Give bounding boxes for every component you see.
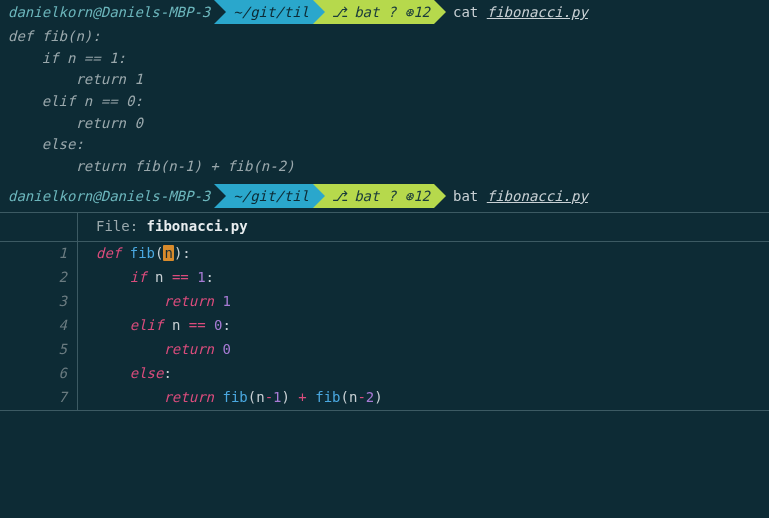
operator-eq: ==: [180, 317, 214, 333]
prompt-path: ~/git/til: [225, 0, 313, 24]
code-content: else:: [78, 363, 172, 385]
git-branch-icon: ⎇: [332, 0, 348, 24]
command-input[interactable]: bat fibonacci.py: [445, 184, 588, 208]
command-name: bat: [453, 188, 478, 204]
paren-close: ): [374, 389, 382, 405]
colon: :: [182, 245, 190, 261]
keyword-else: else: [130, 365, 164, 381]
command-arg-filename: fibonacci.py: [487, 4, 588, 20]
number-literal: 0: [222, 341, 230, 357]
indent: [96, 341, 163, 357]
prompt-line-1: danielkorn@Daniels-MBP-3 ~/git/til ⎇ bat…: [0, 0, 769, 24]
code-line-5: 5 return 0: [0, 338, 769, 362]
number-literal: 1: [273, 389, 281, 405]
cat-output: def fib(n): if n == 1: return 1 elif n =…: [0, 26, 769, 184]
code-content: if n == 1:: [78, 267, 214, 289]
code-line-2: 2 if n == 1:: [0, 266, 769, 290]
indent: [96, 293, 163, 309]
code-line-6: 6 else:: [0, 362, 769, 386]
prompt-line-2: danielkorn@Daniels-MBP-3 ~/git/til ⎇ bat…: [0, 184, 769, 208]
line-number: 4: [0, 314, 78, 338]
paren-open: (: [248, 389, 256, 405]
function-call: fib: [222, 389, 247, 405]
bat-header: . File: fibonacci.py: [0, 213, 769, 241]
gutter: .: [0, 213, 78, 241]
function-call: fib: [315, 389, 340, 405]
parameter: n: [163, 245, 173, 261]
chevron-right-icon: [434, 0, 446, 24]
code-line-4: 4 elif n == 0:: [0, 314, 769, 338]
code-content: return 0: [78, 339, 231, 361]
function-name: fib: [130, 245, 155, 261]
chevron-right-icon: [214, 184, 226, 208]
keyword-return: return: [163, 293, 222, 309]
variable: n: [256, 389, 264, 405]
number-literal: 1: [222, 293, 230, 309]
command-name: cat: [453, 4, 478, 20]
keyword-def: def: [96, 245, 130, 261]
keyword-return: return: [163, 389, 222, 405]
code-content: elif n == 0:: [78, 315, 231, 337]
operator-minus: -: [357, 389, 365, 405]
indent: [96, 389, 163, 405]
bat-file-label: File: fibonacci.py: [78, 216, 248, 238]
colon: :: [222, 317, 230, 333]
prompt-git-status: ⎇ bat ? ⊛12: [324, 184, 434, 208]
command-input[interactable]: cat fibonacci.py: [445, 0, 588, 24]
code-line-7: 7 return fib(n-1) + fib(n-2): [0, 386, 769, 410]
indent: [96, 269, 130, 285]
number-literal: 1: [197, 269, 205, 285]
line-number: 5: [0, 338, 78, 362]
prompt-git-status: ⎇ bat ? ⊛12: [324, 0, 434, 24]
keyword-return: return: [163, 341, 222, 357]
code-content: return fib(n-1) + fib(n-2): [78, 387, 383, 409]
line-number: 7: [0, 386, 78, 410]
operator-minus: -: [265, 389, 273, 405]
git-branch-text: bat ? ⊛12: [354, 184, 430, 208]
line-number: 2: [0, 266, 78, 290]
line-number: 3: [0, 290, 78, 314]
bat-output: . File: fibonacci.py 1 def fib(n): 2 if …: [0, 212, 769, 411]
keyword-elif: elif: [130, 317, 172, 333]
chevron-right-icon: [214, 0, 226, 24]
chevron-right-icon: [313, 184, 325, 208]
line-number: 1: [0, 242, 78, 266]
paren-close: ): [282, 389, 290, 405]
chevron-right-icon: [313, 0, 325, 24]
indent: [96, 317, 130, 333]
colon: :: [163, 365, 171, 381]
horizontal-rule: [0, 410, 769, 411]
bat-file-name: fibonacci.py: [147, 218, 248, 234]
paren-open: (: [341, 389, 349, 405]
code-line-3: 3 return 1: [0, 290, 769, 314]
line-number: 6: [0, 362, 78, 386]
git-branch-text: bat ? ⊛12: [354, 0, 430, 24]
operator-eq: ==: [163, 269, 197, 285]
code-content: def fib(n):: [78, 243, 191, 265]
command-arg-filename: fibonacci.py: [487, 188, 588, 204]
prompt-userhost: danielkorn@Daniels-MBP-3: [0, 0, 214, 24]
colon: :: [206, 269, 214, 285]
prompt-userhost: danielkorn@Daniels-MBP-3: [0, 184, 214, 208]
keyword-if: if: [130, 269, 155, 285]
code-content: return 1: [78, 291, 231, 313]
file-label-text: File:: [96, 218, 147, 234]
operator-plus: +: [290, 389, 315, 405]
code-line-1: 1 def fib(n):: [0, 242, 769, 266]
git-branch-icon: ⎇: [332, 184, 348, 208]
chevron-right-icon: [434, 184, 446, 208]
indent: [96, 365, 130, 381]
prompt-path: ~/git/til: [225, 184, 313, 208]
